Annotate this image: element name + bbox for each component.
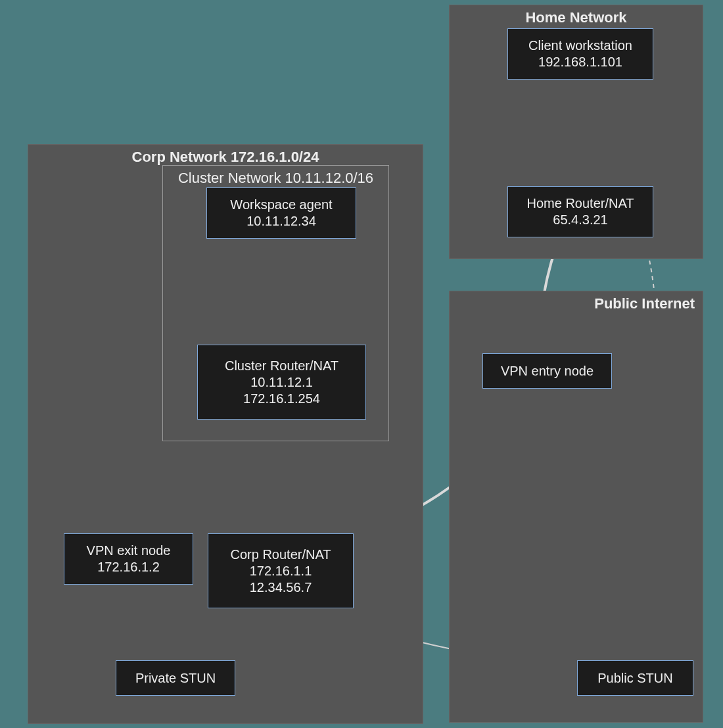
- node-cluster-router: Cluster Router/NAT 10.11.12.1 172.16.1.2…: [197, 345, 366, 420]
- node-text: Corp Router/NAT: [230, 546, 331, 563]
- node-corp-router: Corp Router/NAT 172.16.1.1 12.34.56.7: [208, 533, 354, 608]
- node-text: 172.16.1.1: [250, 563, 312, 579]
- node-text: Cluster Router/NAT: [225, 358, 338, 374]
- node-text: VPN exit node: [87, 543, 171, 559]
- node-workspace-agent: Workspace agent 10.11.12.34: [206, 187, 356, 239]
- node-home-router: Home Router/NAT 65.4.3.21: [507, 186, 653, 237]
- node-text: 10.11.12.1: [250, 374, 313, 391]
- node-text: Home Router/NAT: [526, 195, 634, 212]
- node-client-workstation: Client workstation 192.168.1.101: [507, 28, 653, 80]
- node-text: 172.16.1.2: [97, 559, 160, 575]
- group-title-corp: Corp Network 172.16.1.0/24: [132, 149, 319, 166]
- node-text: VPN entry node: [501, 363, 594, 379]
- node-private-stun: Private STUN: [116, 660, 235, 696]
- node-vpn-entry: VPN entry node: [482, 353, 612, 389]
- node-text: 10.11.12.34: [246, 213, 316, 230]
- node-text: Workspace agent: [230, 197, 332, 213]
- node-text: 172.16.1.254: [243, 391, 320, 407]
- node-public-stun: Public STUN: [577, 660, 693, 696]
- group-title-public: Public Internet: [594, 295, 695, 312]
- node-text: 12.34.56.7: [250, 579, 312, 596]
- node-vpn-exit: VPN exit node 172.16.1.2: [64, 533, 193, 585]
- node-text: Public STUN: [597, 670, 672, 687]
- node-text: Client workstation: [528, 37, 632, 54]
- node-text: 65.4.3.21: [553, 212, 607, 228]
- node-text: Private STUN: [135, 670, 216, 687]
- group-title-cluster: Cluster Network 10.11.12.0/16: [178, 170, 373, 187]
- diagram-stage: private_stun (thin arrow) --> private_st…: [0, 0, 723, 728]
- group-title-home: Home Network: [525, 9, 626, 26]
- node-text: 192.168.1.101: [538, 54, 622, 70]
